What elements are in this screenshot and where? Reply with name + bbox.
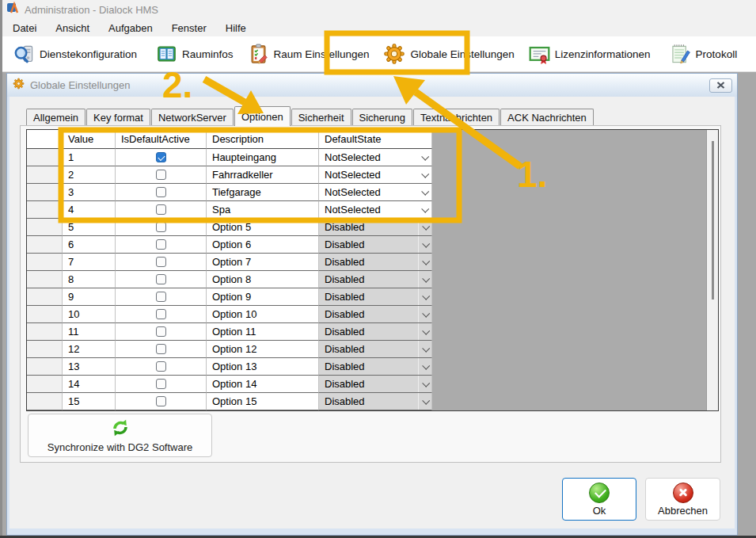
default-state-dropdown[interactable]: Disabled [319, 236, 432, 254]
default-active-checkbox[interactable] [156, 396, 166, 406]
description-cell[interactable]: Option 15 [207, 393, 319, 410]
default-state-dropdown[interactable]: Disabled [319, 288, 432, 306]
description-cell[interactable]: Tiefgarage [207, 184, 319, 201]
value-cell[interactable]: 8 [63, 271, 116, 288]
value-cell[interactable]: 5 [63, 219, 116, 236]
dialog-close-button[interactable] [709, 78, 732, 93]
description-cell[interactable]: Option 5 [207, 219, 319, 236]
row-selector[interactable] [27, 288, 63, 306]
default-state-dropdown[interactable]: Disabled [319, 358, 432, 376]
description-cell[interactable]: Option 14 [207, 376, 319, 393]
tab-key-format[interactable]: Key format [86, 109, 150, 125]
default-active-checkbox[interactable] [156, 344, 166, 354]
menu-fenster[interactable]: Fenster [162, 20, 216, 36]
value-cell[interactable]: 2 [63, 166, 116, 184]
description-cell[interactable]: Option 12 [207, 341, 319, 358]
default-state-dropdown[interactable]: Disabled [319, 341, 432, 358]
synchronize-dg2-button[interactable]: Synchronize with DG2 Software [28, 414, 212, 457]
grid-scrollbar[interactable] [706, 130, 718, 410]
default-active-checkbox[interactable] [156, 170, 166, 180]
row-selector[interactable] [27, 393, 63, 410]
toolbar-lizenzinformationen-button[interactable]: Lizenzinformationen [522, 40, 658, 68]
default-active-checkbox[interactable] [156, 257, 166, 267]
description-cell[interactable]: Spa [207, 201, 319, 219]
value-cell[interactable]: 15 [63, 393, 116, 410]
row-selector[interactable] [27, 376, 63, 393]
toolbar-globale-einstellungen-button[interactable]: Globale Einstellungen [376, 40, 521, 68]
default-state-dropdown[interactable]: NotSelected [319, 166, 432, 184]
default-state-dropdown[interactable]: NotSelected [319, 149, 432, 166]
row-selector[interactable] [27, 341, 63, 358]
tab-allgemein[interactable]: Allgemein [26, 109, 85, 125]
scrollbar-thumb[interactable] [712, 141, 714, 300]
description-cell[interactable]: Option 8 [207, 271, 319, 288]
value-cell[interactable]: 9 [63, 288, 116, 306]
default-state-dropdown[interactable]: Disabled [319, 376, 432, 393]
ok-button[interactable]: Ok [562, 478, 636, 521]
default-active-checkbox[interactable] [156, 222, 166, 232]
description-cell[interactable]: Option 10 [207, 306, 319, 323]
value-cell[interactable]: 4 [63, 201, 116, 219]
row-selector[interactable] [27, 236, 63, 254]
default-active-checkbox[interactable] [156, 361, 166, 372]
row-selector[interactable] [27, 201, 63, 219]
tab-sicherung[interactable]: Sicherung [352, 109, 413, 125]
default-state-dropdown[interactable]: NotSelected [319, 201, 432, 219]
tab-ack-nachrichten[interactable]: ACK Nachrichten [500, 109, 594, 125]
default-state-dropdown[interactable]: Disabled [319, 393, 432, 410]
value-cell[interactable]: 10 [63, 306, 116, 323]
toolbar-dienstekonfiguration-button[interactable]: Dienstekonfiguration [6, 40, 144, 68]
default-state-dropdown[interactable]: Disabled [319, 254, 432, 271]
row-selector[interactable] [27, 323, 63, 341]
tab-textnachrichten[interactable]: Textnachrichten [413, 109, 500, 125]
menu-hilfe[interactable]: Hilfe [216, 20, 256, 36]
description-cell[interactable]: Option 11 [207, 323, 319, 341]
default-active-checkbox[interactable] [156, 292, 166, 302]
row-selector[interactable] [27, 219, 63, 236]
default-active-checkbox[interactable] [156, 309, 166, 319]
value-cell[interactable]: 11 [63, 323, 116, 341]
menu-ansicht[interactable]: Ansicht [46, 20, 99, 36]
value-cell[interactable]: 14 [63, 376, 116, 393]
toolbar-raum-einstellungen-button[interactable]: Raum Einstellungen [241, 40, 377, 68]
value-cell[interactable]: 1 [63, 149, 116, 166]
row-selector[interactable] [27, 184, 63, 201]
description-cell[interactable]: Fahrradkeller [207, 166, 319, 184]
default-state-dropdown[interactable]: Disabled [319, 323, 432, 341]
default-state-dropdown[interactable]: Disabled [319, 306, 432, 323]
value-cell[interactable]: 13 [63, 358, 116, 376]
default-active-checkbox[interactable] [156, 204, 166, 215]
default-active-checkbox[interactable] [156, 326, 166, 337]
row-selector[interactable] [27, 358, 63, 376]
cancel-button[interactable]: Abbrechen [645, 478, 720, 521]
row-selector[interactable] [27, 149, 63, 166]
description-cell[interactable]: Haupteingang [207, 149, 319, 166]
description-cell[interactable]: Option 13 [207, 358, 319, 376]
row-selector[interactable] [27, 166, 63, 184]
toolbar-key-statistiken-button[interactable]: Key Statistiken [749, 40, 756, 68]
description-cell[interactable]: Option 6 [207, 236, 319, 254]
default-state-dropdown[interactable]: Disabled [319, 219, 432, 236]
tab-networkserver[interactable]: NetworkServer [151, 109, 234, 125]
default-active-checkbox[interactable] [156, 187, 166, 197]
default-state-dropdown[interactable]: Disabled [319, 271, 432, 288]
value-cell[interactable]: 7 [63, 254, 116, 271]
default-active-checkbox[interactable] [156, 152, 166, 162]
value-cell[interactable]: 3 [63, 184, 116, 201]
default-active-checkbox[interactable] [156, 379, 166, 389]
menu-datei[interactable]: Datei [3, 20, 46, 36]
toolbar-rauminfos-button[interactable]: Rauminfos [149, 40, 241, 68]
description-cell[interactable]: Option 7 [207, 254, 319, 271]
default-active-checkbox[interactable] [156, 274, 166, 284]
description-cell[interactable]: Option 9 [207, 288, 319, 306]
menu-aufgaben[interactable]: Aufgaben [99, 20, 162, 36]
default-state-dropdown[interactable]: NotSelected [319, 184, 432, 201]
tab-sicherheit[interactable]: Sicherheit [291, 109, 351, 125]
row-selector[interactable] [27, 271, 63, 288]
tab-optionen[interactable]: Optionen [234, 106, 291, 126]
toolbar-protokoll-button[interactable]: Protokoll [663, 40, 745, 68]
default-active-checkbox[interactable] [156, 239, 166, 250]
row-selector[interactable] [27, 254, 63, 271]
value-cell[interactable]: 6 [63, 236, 116, 254]
row-selector[interactable] [27, 306, 63, 323]
